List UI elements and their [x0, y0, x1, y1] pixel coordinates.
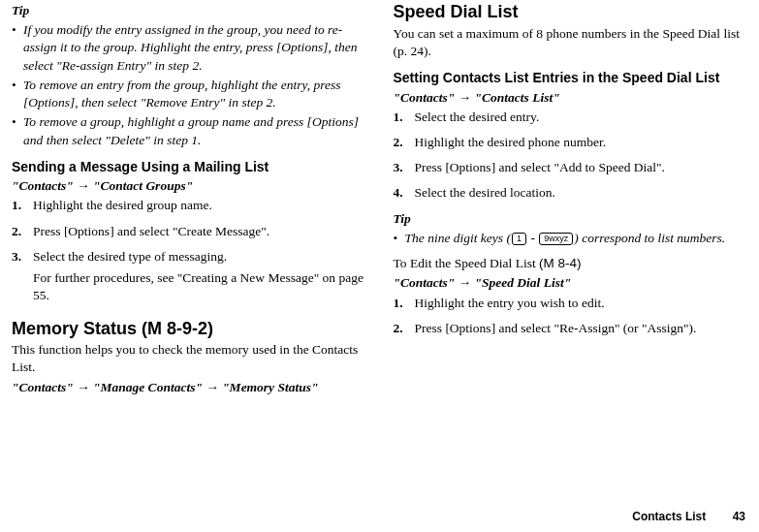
- nav-path: "Contacts" → "Contact Groups": [12, 177, 366, 195]
- tip-bullet: • If you modify the entry assigned in th…: [12, 21, 366, 75]
- tip-heading: Tip: [394, 210, 748, 228]
- memory-status-heading: Memory Status (M 8-9-2): [12, 319, 366, 340]
- bullet-mark: •: [394, 230, 405, 247]
- step-number: 3.: [394, 159, 415, 176]
- key-icon-1: 1: [512, 233, 526, 245]
- step-number: 2.: [394, 320, 415, 337]
- edit-speed-dial-heading: To Edit the Speed Dial List (M 8-4): [394, 255, 748, 272]
- step-number: 2.: [12, 223, 33, 240]
- bullet-text: If you modify the entry assigned in the …: [23, 21, 366, 75]
- heading-code: (M 8-9-2): [142, 319, 213, 338]
- tip-bullet: • To remove an entry from the group, hig…: [12, 77, 366, 111]
- step-number: 1.: [12, 197, 33, 214]
- tip-text-mid: -: [527, 231, 538, 245]
- key-icon-9: 9wxyz: [539, 233, 573, 245]
- step-item: 1. Select the desired entry.: [394, 109, 748, 126]
- step-number: 3.: [12, 248, 33, 266]
- step-text: Press [Options] and select "Create Messa…: [33, 223, 366, 240]
- speed-dial-body: You can set a maximum of 8 phone numbers…: [394, 25, 748, 60]
- step-item: 1. Highlight the entry you wish to edit.: [394, 295, 748, 312]
- bullet-mark: •: [12, 113, 23, 148]
- tip-text-pre: The nine digit keys (: [405, 231, 511, 245]
- speed-dial-heading: Speed Dial List: [394, 2, 748, 23]
- step-text: Highlight the desired group name.: [33, 197, 366, 214]
- step-text: Highlight the entry you wish to edit.: [415, 295, 748, 312]
- tip-bullet: • To remove a group, highlight a group n…: [12, 113, 366, 148]
- step-item: 1. Highlight the desired group name.: [12, 197, 366, 214]
- bullet-text: The nine digit keys (1 - 9wxyz) correspo…: [405, 230, 748, 247]
- setting-entries-heading: Setting Contacts List Entries in the Spe…: [394, 70, 748, 87]
- step-number: 1.: [394, 109, 415, 126]
- step-number: 2.: [394, 134, 415, 151]
- footer-page-number: 43: [733, 510, 745, 523]
- step-text: Press [Options] and select "Re-Assign" (…: [415, 320, 748, 337]
- subheading-text: To Edit the Speed Dial List: [394, 256, 540, 270]
- page-footer: Contacts List 43: [632, 509, 745, 524]
- bullet-mark: •: [12, 21, 23, 75]
- bullet-text: To remove an entry from the group, highl…: [23, 77, 366, 111]
- bullet-mark: •: [12, 77, 23, 111]
- nav-path: "Contacts" → "Speed Dial List": [394, 274, 748, 292]
- right-column: Speed Dial List You can set a maximum of…: [394, 2, 748, 398]
- step-text: Highlight the desired phone number.: [415, 134, 748, 151]
- step-item: 2. Press [Options] and select "Create Me…: [12, 223, 366, 240]
- step-item: 3. Select the desired type of messaging.: [12, 248, 366, 266]
- nav-path: "Contacts" → "Manage Contacts" → "Memory…: [12, 379, 366, 396]
- step-item: 4. Select the desired location.: [394, 184, 748, 202]
- step-text: Select the desired type of messaging.: [33, 248, 366, 266]
- memory-status-body: This function helps you to check the mem…: [12, 341, 366, 376]
- mailing-list-heading: Sending a Message Using a Mailing List: [12, 159, 366, 176]
- step-text: Press [Options] and select "Add to Speed…: [415, 159, 748, 176]
- bullet-text: To remove a group, highlight a group nam…: [23, 113, 366, 148]
- step-text: Select the desired location.: [415, 184, 748, 202]
- step-item: 2. Press [Options] and select "Re-Assign…: [394, 320, 748, 337]
- heading-text: Memory Status: [12, 319, 142, 338]
- left-column: Tip • If you modify the entry assigned i…: [12, 2, 366, 398]
- step-number: 4.: [394, 184, 415, 202]
- tip-heading: Tip: [12, 2, 366, 19]
- step-item: 2. Highlight the desired phone number.: [394, 134, 748, 151]
- tip-bullet: • The nine digit keys (1 - 9wxyz) corres…: [394, 230, 748, 247]
- step-text: Select the desired entry.: [415, 109, 748, 126]
- tip-text-post: ) correspond to list numbers.: [574, 231, 725, 245]
- step-number: 1.: [394, 295, 415, 312]
- nav-path: "Contacts" → "Contacts List": [394, 89, 748, 107]
- step-item: 3. Press [Options] and select "Add to Sp…: [394, 159, 748, 176]
- subheading-code: (M 8-4): [539, 256, 582, 270]
- step-subtext: For further procedures, see "Creating a …: [33, 269, 366, 304]
- footer-section-title: Contacts List: [632, 510, 706, 523]
